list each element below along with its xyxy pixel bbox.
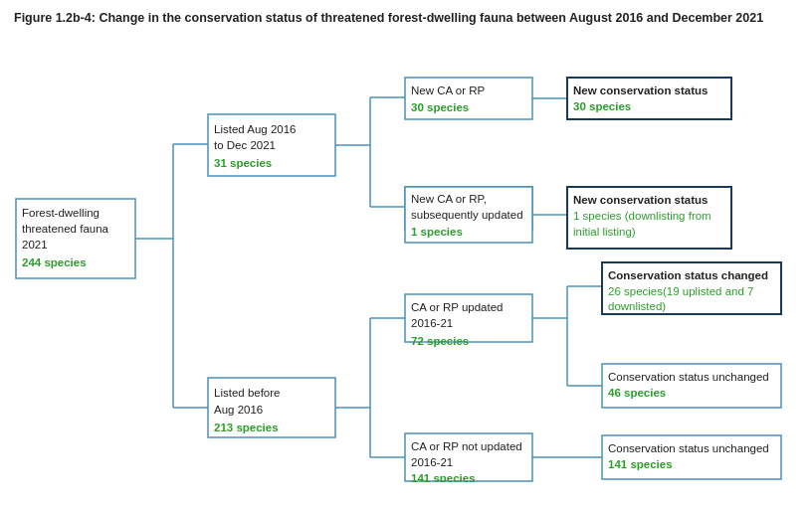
- svg-text:46 species: 46 species: [608, 387, 666, 399]
- svg-text:New CA or RP,: New CA or RP,: [411, 193, 487, 205]
- svg-text:Aug 2016: Aug 2016: [214, 404, 263, 416]
- diagram-container: Forest-dwelling threatened fauna 2021 24…: [14, 40, 800, 482]
- svg-text:2016-21: 2016-21: [411, 456, 453, 468]
- svg-text:Listed before: Listed before: [214, 387, 281, 399]
- svg-text:141 species: 141 species: [411, 472, 476, 482]
- svg-text:2016-21: 2016-21: [411, 317, 453, 329]
- svg-text:Conservation status unchanged: Conservation status unchanged: [608, 442, 769, 454]
- svg-text:Conservation status changed: Conservation status changed: [608, 269, 768, 281]
- svg-text:downlisted): downlisted): [608, 300, 666, 312]
- svg-text:initial listing): initial listing): [573, 226, 636, 238]
- svg-text:31 species: 31 species: [214, 157, 272, 169]
- svg-text:1 species (downlisting from: 1 species (downlisting from: [573, 210, 711, 222]
- svg-text:CA or RP updated: CA or RP updated: [411, 301, 504, 313]
- svg-text:30 species: 30 species: [573, 100, 631, 112]
- svg-text:New conservation status: New conservation status: [573, 194, 708, 206]
- svg-text:213 species: 213 species: [214, 422, 279, 433]
- svg-text:threatened fauna: threatened fauna: [22, 223, 109, 235]
- svg-text:244 species: 244 species: [22, 256, 87, 268]
- svg-text:Conservation status unchanged: Conservation status unchanged: [608, 371, 769, 383]
- svg-text:2021: 2021: [22, 239, 48, 251]
- svg-text:30 species: 30 species: [411, 101, 469, 113]
- svg-text:Listed Aug 2016: Listed Aug 2016: [214, 123, 297, 135]
- svg-text:to Dec 2021: to Dec 2021: [214, 139, 276, 151]
- svg-text:72 species: 72 species: [411, 335, 469, 347]
- svg-text:1 species: 1 species: [411, 226, 463, 238]
- figure-title: Figure 1.2b-4: Change in the conservatio…: [14, 10, 798, 28]
- svg-text:26 species(19 uplisted and 7: 26 species(19 uplisted and 7: [608, 285, 753, 297]
- svg-text:subsequently updated: subsequently updated: [411, 209, 523, 221]
- svg-text:New conservation status: New conservation status: [573, 85, 708, 96]
- svg-text:Forest-dwelling: Forest-dwelling: [22, 207, 100, 219]
- svg-text:141 species: 141 species: [608, 458, 673, 470]
- svg-text:CA or RP not updated: CA or RP not updated: [411, 440, 522, 452]
- svg-text:New CA or RP: New CA or RP: [411, 85, 485, 96]
